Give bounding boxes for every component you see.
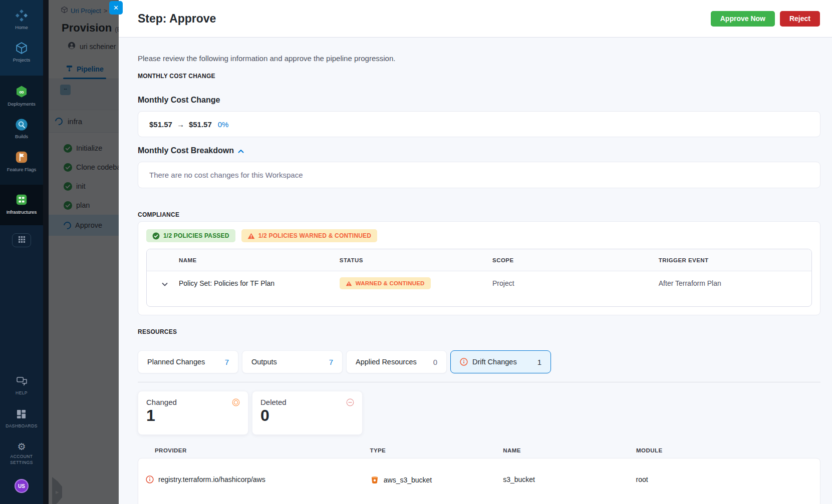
help-label: HELP <box>16 390 28 396</box>
drawer-header: Step: Approve Approve Now Reject <box>119 0 832 38</box>
resource-tabs: Planned Changes 7 Outputs 7 Applied Reso… <box>138 350 820 373</box>
deleted-count: 0 <box>260 406 354 425</box>
approve-now-button[interactable]: Approve Now <box>711 11 775 27</box>
warned-badge-label: 1/2 POLICIES WARNED & CONTINUED <box>258 232 372 239</box>
close-icon: ✕ <box>113 4 119 12</box>
tab-label: Applied Resources <box>356 358 417 366</box>
column-header-status: STATUS <box>340 257 492 263</box>
tab-count: 0 <box>433 358 437 366</box>
tab-planned-changes[interactable]: Planned Changes 7 <box>138 350 238 373</box>
module-selector-button[interactable] <box>12 233 31 247</box>
arrow-right-icon: → <box>177 120 184 129</box>
grid-icon <box>18 236 26 245</box>
deployments-icon: ∞ <box>15 85 29 99</box>
changed-count: 1 <box>146 406 240 425</box>
column-header-trigger-event: TRIGGER EVENT <box>659 257 811 263</box>
resource-table-header: PROVIDER TYPE NAME MODULE <box>138 443 820 458</box>
help-chat-icon <box>17 377 27 388</box>
sidebar-item-label: Deployments <box>8 101 35 107</box>
tab-outputs[interactable]: Outputs 7 <box>242 350 343 373</box>
policy-table-row[interactable]: Policy Set: Policies for TF Plan WARNED … <box>147 271 811 295</box>
policy-table-header: NAME STATUS SCOPE TRIGGER EVENT <box>147 249 811 271</box>
cost-breakdown-empty-card: There are no cost changes for this Works… <box>138 162 820 188</box>
dashboards-icon <box>17 409 26 421</box>
policy-status-label: WARNED & CONTINUED <box>356 280 425 286</box>
pipeline-background-panel: Uri Project > Pipeli Provision(Build uri… <box>43 0 119 504</box>
column-header-name: NAME <box>147 257 340 263</box>
column-header-type: TYPE <box>370 447 503 453</box>
tab-count: 7 <box>225 358 229 366</box>
close-button[interactable]: ✕ <box>109 1 123 15</box>
infrastructures-icon <box>15 193 29 207</box>
sidebar-item-home[interactable]: Home <box>0 3 43 36</box>
resource-table-row[interactable]: registry.terraform.io/hashicorp/aws aws_… <box>138 458 820 504</box>
sidebar-group-top: Home Projects <box>0 0 43 76</box>
sidebar-item-help[interactable]: HELP <box>16 370 28 402</box>
cost-from: $51.57 <box>149 120 172 129</box>
drift-summary-cards: Changed 1 Deleted <box>138 391 820 435</box>
feature-flags-icon <box>15 151 29 164</box>
resource-module: root <box>636 475 820 483</box>
tab-count: 7 <box>329 358 333 366</box>
policy-trigger-event: After Terraform Plan <box>659 279 811 287</box>
sidebar-item-dashboards[interactable]: DASHBOARDS <box>6 403 38 435</box>
sidebar-item-deployments[interactable]: ∞ Deployments <box>0 80 43 112</box>
tab-label: Drift Changes <box>472 358 517 366</box>
deleted-icon <box>346 398 354 406</box>
cost-percent: 0% <box>218 120 229 129</box>
cost-change-heading: Monthly Cost Change <box>138 96 820 105</box>
policy-table: NAME STATUS SCOPE TRIGGER EVENT Policy S… <box>146 249 812 307</box>
tab-label: Planned Changes <box>147 358 205 366</box>
dashboards-label: DASHBOARDS <box>6 423 38 429</box>
resource-type: aws_s3_bucket <box>384 476 432 484</box>
deleted-summary-card: Deleted 0 <box>252 391 363 435</box>
drawer-title: Step: Approve <box>138 12 711 26</box>
cost-breakdown-heading: Monthly Cost Breakdown <box>138 146 234 155</box>
aws-s3-icon <box>370 475 379 484</box>
breakdown-empty-text: There are no cost changes for this Works… <box>149 171 303 179</box>
chevron-down-icon[interactable] <box>162 280 168 287</box>
modal-backdrop[interactable] <box>49 0 119 504</box>
home-icon <box>15 9 29 22</box>
tab-drift-changes[interactable]: Drift Changes 1 <box>450 350 551 373</box>
user-avatar[interactable]: US <box>15 479 29 493</box>
divider <box>138 382 820 382</box>
sidebar-item-infrastructures[interactable]: Infrastructures <box>0 188 43 220</box>
changed-summary-card: Changed 1 <box>138 391 248 435</box>
sidebar-item-feature-flags[interactable]: Feature Flags <box>0 145 43 178</box>
sidebar-item-builds[interactable]: Builds <box>0 112 43 145</box>
sidebar-item-projects[interactable]: Projects <box>0 36 43 68</box>
warning-triangle-icon <box>346 281 352 286</box>
sidebar-item-label: Projects <box>13 57 30 63</box>
passed-badge-label: 1/2 POLICIES PASSED <box>163 232 229 239</box>
sidebar-item-label: Home <box>15 25 28 30</box>
avatar-initials: US <box>18 483 25 489</box>
sidebar-item-label: Feature Flags <box>7 167 37 172</box>
policy-set-name: Policy Set: Policies for TF Plan <box>179 279 274 287</box>
cost-breakdown-toggle[interactable]: Monthly Cost Breakdown <box>138 146 820 155</box>
policies-warned-badge: 1/2 POLICIES WARNED & CONTINUED <box>241 229 378 242</box>
intro-text: Please review the following information … <box>138 54 820 63</box>
deleted-label: Deleted <box>260 398 287 406</box>
changed-label: Changed <box>146 398 177 406</box>
drift-info-icon <box>460 358 468 366</box>
compliance-card: 1/2 POLICIES PASSED 1/2 POLICIES WARNED … <box>138 221 820 315</box>
app-root: Home Projects ∞ Deployments <box>0 0 832 504</box>
panel-left-edge <box>43 0 49 504</box>
sidebar-group-selected: Infrastructures <box>0 185 43 225</box>
resource-name: s3_bucket <box>503 475 636 483</box>
policy-status-badge: WARNED & CONTINUED <box>340 277 431 289</box>
policies-passed-badge: 1/2 POLICIES PASSED <box>146 229 235 242</box>
tab-applied-resources[interactable]: Applied Resources 0 <box>346 350 447 373</box>
account-settings-label: ACCOUNT SETTINGS <box>6 454 38 465</box>
column-header-scope: SCOPE <box>492 257 659 263</box>
check-badge-icon <box>152 232 160 240</box>
sidebar-group-bottom: HELP DASHBOARDS ⚙ ACCOUNT SETTINGS US <box>0 225 43 504</box>
warning-triangle-icon <box>247 233 255 239</box>
gear-icon: ⚙ <box>17 442 26 451</box>
policy-scope: Project <box>492 279 659 287</box>
sidebar-item-account-settings[interactable]: ⚙ ACCOUNT SETTINGS <box>6 435 38 472</box>
section-label-cost: MONTHLY COST CHANGE <box>138 73 820 80</box>
sidebar-item-label: Infrastructures <box>7 209 37 215</box>
reject-button[interactable]: Reject <box>780 11 820 27</box>
